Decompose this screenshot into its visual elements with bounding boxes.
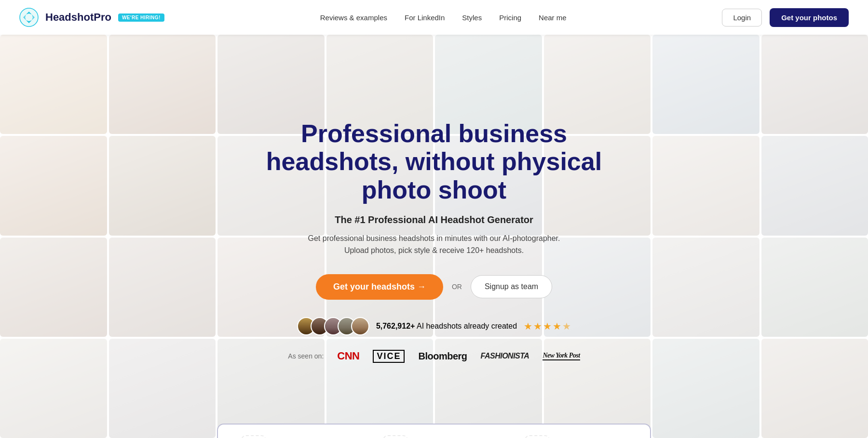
star-1: ★ (524, 320, 532, 332)
social-proof: 5,762,912+ AI headshots already created … (256, 317, 612, 335)
hero-section: Professional business headshots, without… (0, 35, 868, 438)
proof-count: 5,762,912+ (376, 322, 415, 330)
logo-icon (19, 8, 39, 27)
star-2: ★ (533, 320, 542, 332)
media-logo-nypost: New York Post (542, 352, 580, 360)
signup-team-button[interactable]: Signup as team (471, 275, 552, 298)
navbar: HeadshotPro WE'RE HIRING! Reviews & exam… (0, 0, 868, 35)
nav-link-pricing[interactable]: Pricing (499, 13, 521, 22)
logo-text: HeadshotPro (45, 11, 111, 24)
nav-link-reviews[interactable]: Reviews & examples (320, 13, 387, 22)
media-logo-cnn: CNN (337, 350, 359, 362)
nav-logo-group: HeadshotPro WE'RE HIRING! (19, 8, 164, 27)
star-rating: ★ ★ ★ ★ ★ (524, 320, 571, 332)
nav-link-near-me[interactable]: Near me (539, 13, 567, 22)
hero-buttons: Get your headshots → OR Signup as team (256, 274, 612, 300)
star-3: ★ (543, 320, 552, 332)
as-seen-label: As seen on: (288, 352, 324, 360)
media-logo-bloomberg: Bloomberg (418, 351, 467, 362)
hero-description: Get professional business headshots in m… (299, 232, 569, 257)
media-logo-vice: VICE (373, 350, 405, 363)
hero-content: Professional business headshots, without… (246, 100, 622, 372)
as-seen-section: As seen on: CNN VICE Bloomberg FASHIONIS… (256, 350, 612, 363)
avatar (351, 317, 369, 335)
login-button[interactable]: Login (722, 9, 762, 27)
get-photos-button[interactable]: Get your photos (770, 8, 849, 27)
proof-label: AI headshots already created (415, 322, 517, 330)
or-divider: OR (452, 283, 462, 291)
get-headshots-button[interactable]: Get your headshots → (316, 274, 443, 300)
proof-count-text: 5,762,912+ AI headshots already created (376, 322, 517, 331)
hiring-badge: WE'RE HIRING! (118, 13, 164, 22)
hero-subtitle: The #1 Professional AI Headshot Generato… (256, 214, 612, 226)
nav-link-linkedin[interactable]: For LinkedIn (405, 13, 445, 22)
nav-right: Login Get your photos (722, 8, 849, 27)
star-4: ★ (553, 320, 561, 332)
avatar-group (297, 317, 369, 335)
hero-title: Professional business headshots, without… (256, 119, 612, 204)
media-logo-fashionista: FASHIONISTA (481, 352, 529, 360)
nav-links: Reviews & examples For LinkedIn Styles P… (320, 13, 567, 22)
nav-link-styles[interactable]: Styles (462, 13, 482, 22)
star-half: ★ (562, 320, 571, 332)
svg-point-0 (20, 8, 38, 27)
